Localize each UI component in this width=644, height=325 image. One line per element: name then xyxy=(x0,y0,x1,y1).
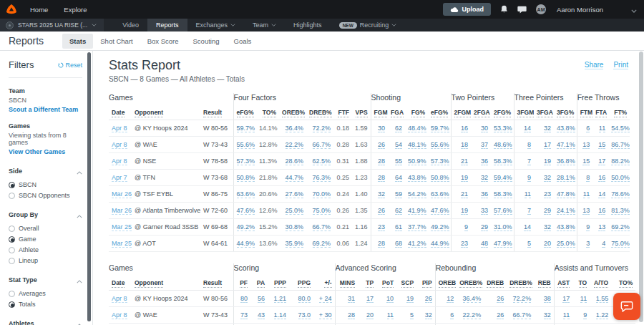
column-header-pf-3[interactable]: PF xyxy=(233,277,250,291)
stat-link[interactable]: 26 xyxy=(378,207,385,215)
stat-link[interactable]: 43.8% xyxy=(557,125,575,132)
column-header-ftf-7[interactable]: FTF xyxy=(333,107,352,120)
team-selector[interactable]: STARS 2025 UA RISE (... xyxy=(0,19,104,31)
radio-groupby-overall[interactable]: Overall xyxy=(9,225,82,232)
stat-link[interactable]: 27.6% xyxy=(286,190,304,198)
stat-link[interactable]: 56 xyxy=(258,295,265,303)
nav-home[interactable]: Home xyxy=(30,6,48,14)
stat-link[interactable]: 75.0% xyxy=(313,207,331,215)
column-header-opponent-1[interactable]: Opponent xyxy=(132,107,200,120)
stat-link[interactable]: 47.6% xyxy=(431,207,449,215)
stat-link[interactable]: 10 xyxy=(386,295,394,303)
stat-link[interactable]: 37 xyxy=(481,141,488,149)
stat-link[interactable]: 1.55 xyxy=(596,295,609,303)
stat-link[interactable]: 47.8% xyxy=(557,190,575,198)
upload-button[interactable]: Upload xyxy=(443,3,492,16)
column-header-2fgm-13[interactable]: 2FGM xyxy=(451,107,471,120)
stat-link[interactable]: 1.21 xyxy=(274,295,287,303)
teamnav-video[interactable]: Video xyxy=(114,19,147,31)
nav-explore[interactable]: Explore xyxy=(64,6,87,14)
stat-link[interactable]: 30.8% xyxy=(286,223,304,231)
stat-link[interactable]: 5 xyxy=(527,240,531,248)
stat-link[interactable]: 18 xyxy=(461,141,468,149)
radio-side-sbcn[interactable]: SBCN xyxy=(9,181,82,188)
stat-link[interactable]: 8 xyxy=(527,141,531,149)
stat-link[interactable]: 11 xyxy=(599,125,605,132)
stat-link[interactable]: 32 xyxy=(544,311,551,319)
column-header-to-4[interactable]: TO% xyxy=(256,107,279,120)
collapse-chevron-icon[interactable] xyxy=(77,273,82,286)
stat-link[interactable]: 80.0 xyxy=(298,295,311,303)
column-header-efg-3[interactable]: eFG% xyxy=(233,107,256,120)
radio-side-sbcn-opponents[interactable]: SBCN Opponents xyxy=(9,192,82,199)
stat-link[interactable]: 32 xyxy=(544,125,551,132)
stat-link[interactable]: 55.6% xyxy=(237,141,255,149)
stat-link[interactable]: 19 xyxy=(406,295,414,303)
stat-link[interactable]: 17 xyxy=(366,295,374,303)
stat-link[interactable]: 64 xyxy=(395,174,402,182)
tab-scouting[interactable]: Scouting xyxy=(186,34,227,49)
stat-link[interactable]: 41.2% xyxy=(408,240,426,248)
stat-link[interactable]: 63.6% xyxy=(237,190,255,198)
column-header-result-2[interactable]: Result xyxy=(200,107,233,120)
page-scrollbar[interactable] xyxy=(639,52,643,322)
stat-link[interactable]: 15 xyxy=(598,141,605,149)
stat-link[interactable]: 63.6% xyxy=(431,190,449,198)
stat-link[interactable]: 32 xyxy=(544,223,551,231)
column-header-fga-10[interactable]: FGA xyxy=(388,107,405,120)
column-header-ast-18[interactable]: AST xyxy=(554,277,572,291)
column-header-date-0[interactable]: Date xyxy=(109,277,132,291)
game-date-link[interactable]: Apr 8 xyxy=(112,157,127,165)
stat-link[interactable]: 16 xyxy=(598,207,605,215)
share-link[interactable]: Share xyxy=(585,61,604,69)
teamnav-recruiting[interactable]: NEWRecruiting xyxy=(331,19,406,31)
column-header-efg-12[interactable]: eFG% xyxy=(428,107,451,120)
stat-link[interactable]: 29 xyxy=(544,207,551,215)
stat-link[interactable]: 44.7% xyxy=(286,174,304,182)
column-header-result-2[interactable]: Result xyxy=(200,277,233,291)
column-header-2fga-14[interactable]: 2FGA xyxy=(471,107,491,120)
stat-link[interactable]: + 24 xyxy=(319,295,332,303)
stat-link[interactable]: 23 xyxy=(378,223,385,231)
collapse-chevron-icon[interactable] xyxy=(77,208,82,221)
column-header-pot-10[interactable]: PoT xyxy=(376,277,396,291)
stat-link[interactable]: 6 xyxy=(450,311,454,319)
stat-link[interactable]: 47.6% xyxy=(237,207,255,215)
stat-link[interactable]: 36 xyxy=(481,157,488,165)
user-avatar[interactable]: AM xyxy=(536,4,546,14)
stat-link[interactable]: + 30 xyxy=(319,311,332,319)
stat-link[interactable]: 13 xyxy=(582,207,590,215)
column-header-mins-8[interactable]: MINS xyxy=(335,277,358,291)
stat-link[interactable]: 43.8% xyxy=(557,223,575,231)
stat-link[interactable]: 28.6% xyxy=(286,157,304,165)
stat-link[interactable]: 16 xyxy=(598,174,605,182)
stat-link[interactable]: 23 xyxy=(461,240,468,248)
stat-link[interactable]: 9 xyxy=(586,223,590,231)
game-date-link[interactable]: Apr 8 xyxy=(112,295,127,303)
sidebar-scrollbar[interactable] xyxy=(87,52,91,321)
stat-link[interactable]: 61 xyxy=(395,223,402,231)
stat-link[interactable]: 9 xyxy=(583,311,587,319)
stat-link[interactable]: 7 xyxy=(527,207,531,215)
stat-link[interactable]: 22.2% xyxy=(286,141,304,149)
stat-link[interactable]: 66.7% xyxy=(313,223,331,231)
game-date-link[interactable]: Mar 26 xyxy=(112,207,132,215)
stat-link[interactable]: 36.4% xyxy=(463,295,482,303)
tab-shot-chart[interactable]: Shot Chart xyxy=(93,34,140,49)
stat-link[interactable]: 62 xyxy=(395,207,402,215)
column-header-oreb-13[interactable]: OREB xyxy=(435,277,457,291)
column-header-2fg-15[interactable]: 2FG% xyxy=(491,107,514,120)
stat-link[interactable]: 19 xyxy=(461,207,468,215)
stat-link[interactable]: 25.0% xyxy=(286,207,304,215)
game-date-link[interactable]: Mar 26 xyxy=(112,190,132,198)
stat-link[interactable]: 69.2% xyxy=(611,223,630,231)
stat-link[interactable]: 28 xyxy=(378,174,385,182)
stat-link[interactable]: 69.2% xyxy=(313,240,331,248)
stat-link[interactable]: 62.5% xyxy=(313,157,331,165)
column-header-opponent-1[interactable]: Opponent xyxy=(132,277,200,291)
stat-link[interactable]: 20 xyxy=(544,240,551,248)
teamnav-highlights[interactable]: Highlights xyxy=(285,19,331,31)
stat-link[interactable]: 32 xyxy=(425,311,432,319)
stat-link[interactable]: 70.0% xyxy=(313,190,331,198)
stat-link[interactable]: 72.2% xyxy=(313,125,331,132)
